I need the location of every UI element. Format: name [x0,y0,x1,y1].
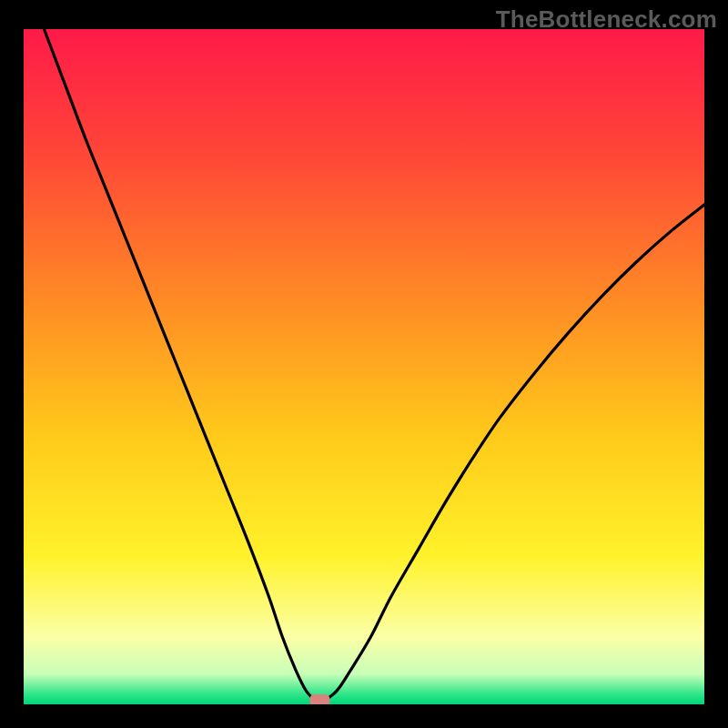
optimum-marker [309,694,329,704]
gradient-background [24,29,704,704]
bottleneck-chart [24,29,704,704]
chart-frame: TheBottleneck.com [0,0,728,728]
plot-area [24,29,704,704]
